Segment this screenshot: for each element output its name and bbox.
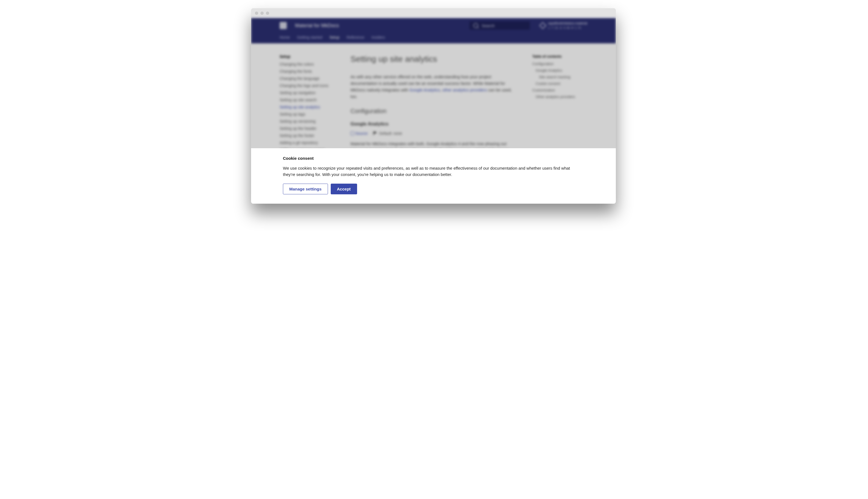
consent-title: Cookie consent [283,156,580,161]
window-titlebar [251,8,616,18]
consent-buttons: Manage settings Accept [283,184,580,194]
window-minimize-dot[interactable] [260,12,264,15]
manage-settings-button[interactable]: Manage settings [283,184,328,194]
window-close-dot[interactable] [255,12,258,15]
window-maximize-dot[interactable] [266,12,269,15]
accept-button[interactable]: Accept [331,184,357,194]
cookie-consent-banner: Cookie consent We use cookies to recogni… [251,148,616,204]
browser-window: Material for MkDocs Search squidfunk/mkd… [251,8,616,204]
consent-text: We use cookies to recognize your repeate… [283,165,580,178]
